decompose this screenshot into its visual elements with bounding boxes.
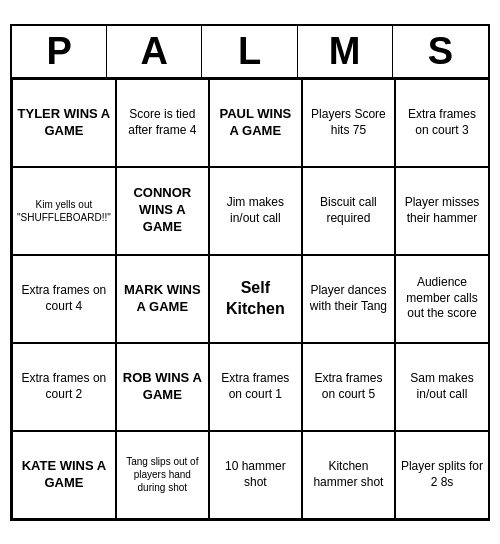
bingo-grid: TYLER WINS A GAMEScore is tied after fra… (12, 79, 488, 519)
bingo-cell-14: Audience member calls out the score (395, 255, 488, 343)
bingo-cell-12: Self Kitchen (209, 255, 302, 343)
bingo-cell-4: Extra frames on court 3 (395, 79, 488, 167)
bingo-header: P A L M S (12, 26, 488, 79)
bingo-cell-9: Player misses their hammer (395, 167, 488, 255)
bingo-cell-2: PAUL WINS A GAME (209, 79, 302, 167)
bingo-cell-6: CONNOR WINS A GAME (116, 167, 209, 255)
bingo-cell-22: 10 hammer shot (209, 431, 302, 519)
bingo-cell-8: Biscuit call required (302, 167, 395, 255)
bingo-cell-7: Jim makes in/out call (209, 167, 302, 255)
bingo-cell-15: Extra frames on court 2 (12, 343, 116, 431)
header-l: L (202, 26, 297, 77)
header-p: P (12, 26, 107, 77)
bingo-cell-23: Kitchen hammer shot (302, 431, 395, 519)
bingo-cell-1: Score is tied after frame 4 (116, 79, 209, 167)
bingo-cell-19: Sam makes in/out call (395, 343, 488, 431)
header-m: M (298, 26, 393, 77)
bingo-cell-11: MARK WINS A GAME (116, 255, 209, 343)
bingo-cell-3: Players Score hits 75 (302, 79, 395, 167)
bingo-cell-13: Player dances with their Tang (302, 255, 395, 343)
bingo-cell-16: ROB WINS A GAME (116, 343, 209, 431)
bingo-cell-17: Extra frames on court 1 (209, 343, 302, 431)
bingo-cell-21: Tang slips out of players hand during sh… (116, 431, 209, 519)
bingo-cell-20: KATE WINS A GAME (12, 431, 116, 519)
header-s: S (393, 26, 488, 77)
header-a: A (107, 26, 202, 77)
bingo-cell-24: Player splits for 2 8s (395, 431, 488, 519)
bingo-cell-10: Extra frames on court 4 (12, 255, 116, 343)
bingo-card: P A L M S TYLER WINS A GAMEScore is tied… (10, 24, 490, 521)
bingo-cell-18: Extra frames on court 5 (302, 343, 395, 431)
bingo-cell-5: Kim yells out "SHUFFLEBOARD!!" (12, 167, 116, 255)
bingo-cell-0: TYLER WINS A GAME (12, 79, 116, 167)
